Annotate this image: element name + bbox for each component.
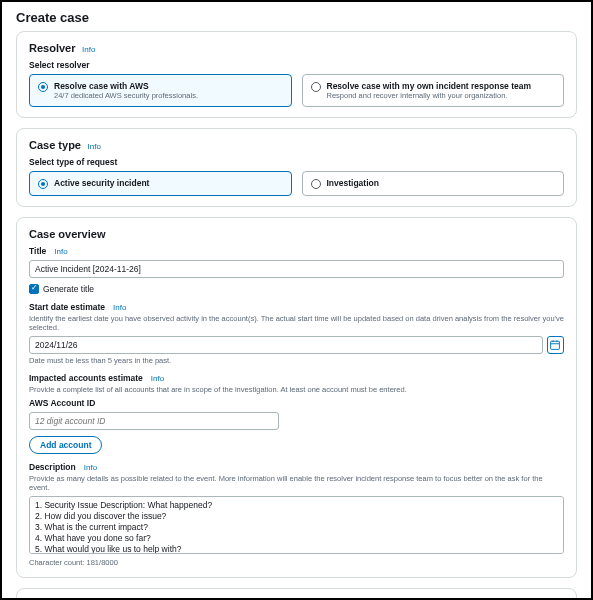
- start-date-hint: Identify the earliest date you have obse…: [29, 314, 564, 332]
- accounts-hint: Provide a complete list of all accounts …: [29, 385, 564, 394]
- description-label: Description: [29, 462, 76, 472]
- resolver-aws-desc: 24/7 dedicated AWS security professional…: [54, 91, 198, 100]
- svg-rect-0: [551, 341, 560, 349]
- generate-title-label: Generate title: [43, 284, 94, 294]
- radio-icon: [38, 82, 48, 92]
- description-info-link[interactable]: Info: [84, 463, 97, 472]
- resolver-own-title: Resolve case with my own incident respon…: [327, 81, 532, 91]
- radio-icon: [311, 179, 321, 189]
- resolver-panel: Resolver Info Select resolver Resolve ca…: [16, 31, 577, 118]
- add-account-button[interactable]: Add account: [29, 436, 102, 454]
- description-hint: Provide as many details as possible rela…: [29, 474, 564, 492]
- start-date-label: Start date estimate: [29, 302, 105, 312]
- case-type-investigation[interactable]: Investigation: [302, 171, 565, 196]
- generate-title-checkbox[interactable]: [29, 284, 39, 294]
- case-type-heading: Case type: [29, 139, 81, 151]
- case-type-active[interactable]: Active security incident: [29, 171, 292, 196]
- start-date-constraint: Date must be less than 5 years in the pa…: [29, 356, 564, 365]
- page-title: Create case: [16, 10, 577, 25]
- radio-icon: [38, 179, 48, 189]
- case-type-panel: Case type Info Select type of request Ac…: [16, 128, 577, 207]
- start-date-info-link[interactable]: Info: [113, 303, 126, 312]
- account-id-input[interactable]: [29, 412, 279, 430]
- resolver-option-own[interactable]: Resolve case with my own incident respon…: [302, 74, 565, 107]
- case-type-investigation-title: Investigation: [327, 178, 379, 188]
- title-label: Title: [29, 246, 46, 256]
- calendar-icon: [550, 340, 560, 350]
- char-count: Character count: 181/8000: [29, 558, 564, 567]
- radio-icon: [311, 82, 321, 92]
- calendar-button[interactable]: [547, 336, 564, 354]
- resolver-own-desc: Respond and recover internally with your…: [327, 91, 532, 100]
- account-id-label: AWS Account ID: [29, 398, 564, 408]
- overview-heading: Case overview: [29, 228, 105, 240]
- case-type-info-link[interactable]: Info: [88, 142, 101, 151]
- resolver-heading: Resolver: [29, 42, 75, 54]
- resolver-info-link[interactable]: Info: [82, 45, 95, 54]
- accounts-label: Impacted accounts estimate: [29, 373, 143, 383]
- start-date-input[interactable]: [29, 336, 543, 354]
- case-overview-panel: Case overview Title Info Generate title …: [16, 217, 577, 578]
- select-type-label: Select type of request: [29, 157, 564, 167]
- resolver-option-aws[interactable]: Resolve case with AWS 24/7 dedicated AWS…: [29, 74, 292, 107]
- accounts-info-link[interactable]: Info: [151, 374, 164, 383]
- resolver-aws-title: Resolve case with AWS: [54, 81, 198, 91]
- title-input[interactable]: [29, 260, 564, 278]
- description-textarea[interactable]: [29, 496, 564, 554]
- title-info-link[interactable]: Info: [54, 247, 67, 256]
- case-details-panel: Case details - optional Info Services im…: [16, 588, 577, 600]
- select-resolver-label: Select resolver: [29, 60, 564, 70]
- case-type-active-title: Active security incident: [54, 178, 149, 188]
